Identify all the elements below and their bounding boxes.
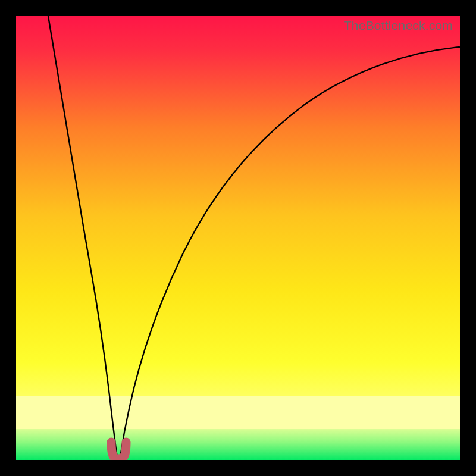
outer-frame: TheBottleneck.com [0, 0, 476, 476]
plot-area: TheBottleneck.com [16, 16, 460, 460]
valley-marker-icon [16, 16, 460, 460]
